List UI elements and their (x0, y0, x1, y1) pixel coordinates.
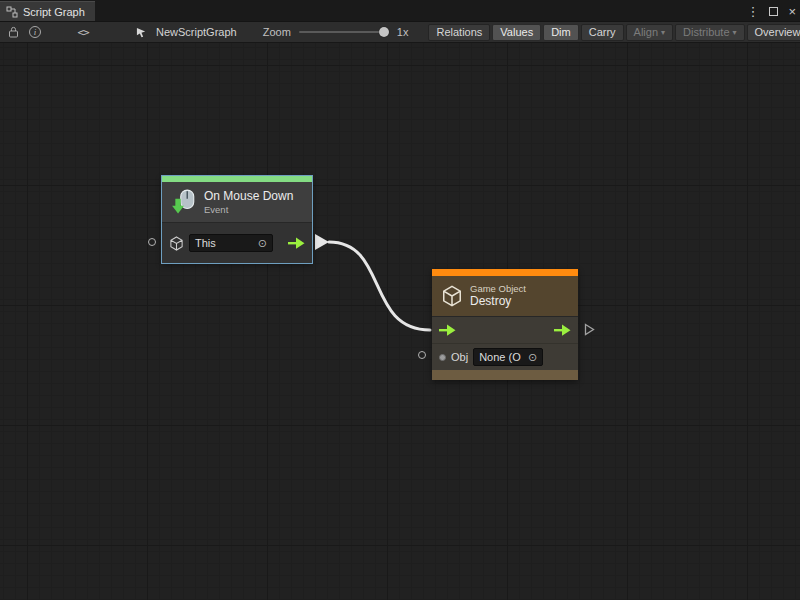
node-body: This ⊙ (162, 222, 312, 263)
close-icon[interactable]: × (788, 5, 796, 18)
tab-bar: Script Graph ⋮ × (0, 0, 800, 22)
chevron-down-icon: ▾ (661, 28, 665, 37)
game-object-cube-icon (441, 285, 463, 307)
graph-canvas[interactable]: On Mouse Down Event This ⊙ (0, 43, 800, 600)
dim-button[interactable]: Dim (543, 24, 579, 41)
lock-icon[interactable] (4, 24, 22, 40)
flow-continue-port[interactable] (584, 323, 595, 338)
flow-input-port[interactable] (439, 324, 456, 336)
target-field[interactable]: This ⊙ (189, 234, 273, 252)
align-label: Align (634, 26, 658, 38)
relations-button[interactable]: Relations (428, 24, 490, 41)
connection-wire[interactable] (0, 43, 800, 600)
node-subtitle: Event (204, 204, 293, 216)
distribute-button[interactable]: Distribute ▾ (675, 24, 744, 41)
obj-field[interactable]: None (O ⊙ (473, 348, 543, 366)
node-destroy[interactable]: Game Object Destroy Obj (432, 269, 578, 380)
obj-value-port[interactable] (418, 351, 426, 359)
values-button[interactable]: Values (492, 24, 541, 41)
wire-arrowhead (315, 234, 329, 250)
chevron-down-icon: ▾ (733, 28, 737, 37)
flow-output-port[interactable] (288, 237, 305, 249)
tab-title: Script Graph (23, 6, 85, 18)
node-header[interactable]: On Mouse Down Event (162, 182, 312, 222)
menu-icon[interactable]: ⋮ (746, 5, 759, 18)
align-button[interactable]: Align ▾ (626, 24, 673, 41)
zoom-slider[interactable] (299, 25, 389, 39)
graph-asset-icon (132, 24, 150, 40)
tab-script-graph[interactable]: Script Graph (0, 1, 95, 21)
object-picker-icon[interactable]: ⊙ (258, 238, 267, 249)
cube-icon (169, 236, 184, 251)
maximize-icon[interactable] (769, 7, 778, 16)
toolbar-buttons: Relations Values Dim Carry Align ▾ Distr… (428, 24, 800, 41)
flow-output-port[interactable] (554, 324, 571, 336)
zoom-slider-track[interactable] (299, 31, 389, 33)
node-header[interactable]: Game Object Destroy (432, 276, 578, 316)
target-field-value: This (195, 237, 216, 249)
script-graph-tab-icon (6, 6, 18, 18)
node-footer-bar (432, 370, 578, 380)
node-title: On Mouse Down (204, 189, 293, 204)
carry-button[interactable]: Carry (581, 24, 624, 41)
node-on-mouse-down[interactable]: On Mouse Down Event This ⊙ (162, 176, 312, 263)
object-picker-icon[interactable]: ⊙ (528, 352, 537, 363)
overview-button[interactable]: Overview (747, 24, 800, 41)
code-view-icon[interactable]: <> (74, 24, 92, 40)
mouse-event-icon (171, 189, 197, 215)
obj-label: Obj (451, 351, 468, 363)
destroy-accent-bar (432, 269, 578, 276)
zoom-label: Zoom (263, 26, 291, 38)
script-graph-window: Script Graph ⋮ × i <> NewScriptGraph Zoo… (0, 0, 800, 600)
window-controls: ⋮ × (746, 0, 796, 22)
node-category: Game Object (470, 283, 526, 295)
zoom-slider-knob[interactable] (379, 27, 389, 37)
zoom-value: 1x (397, 26, 409, 38)
obj-input-dot[interactable] (439, 354, 446, 361)
graph-name[interactable]: NewScriptGraph (156, 26, 237, 38)
target-input-port[interactable] (148, 238, 156, 246)
node-title: Destroy (470, 294, 526, 309)
distribute-label: Distribute (683, 26, 729, 38)
graph-toolbar: i <> NewScriptGraph Zoom 1x Relations Va… (0, 22, 800, 43)
node-body: Obj None (O ⊙ (432, 316, 578, 370)
info-icon[interactable]: i (26, 24, 44, 40)
obj-field-value: None (O (479, 351, 521, 363)
